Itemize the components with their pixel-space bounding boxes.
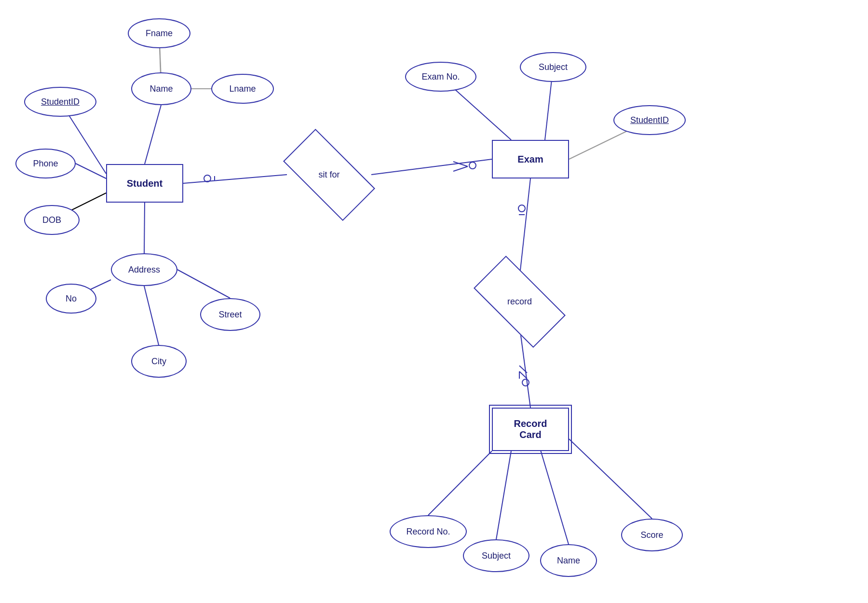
er-diagram: Student Exam Record Card Fname Lname Nam…	[0, 0, 868, 603]
diamond-record: record	[477, 279, 562, 325]
ellipse-subject-exam: Subject	[520, 52, 586, 82]
ellipse-studentid-exam: StudentID	[613, 105, 686, 135]
ellipse-address: Address	[111, 253, 177, 286]
ellipse-lname: Lname	[211, 74, 274, 104]
ellipse-exam-no: Exam No.	[405, 62, 476, 92]
ellipse-dob: DOB	[24, 205, 80, 235]
ellipse-subject-rc: Subject	[463, 539, 529, 572]
ellipse-fname: Fname	[128, 18, 190, 48]
ellipse-name-student: Name	[131, 72, 191, 105]
entity-student: Student	[106, 164, 183, 203]
ellipse-no: No	[46, 284, 96, 314]
ellipse-score: Score	[621, 519, 683, 551]
ellipse-phone: Phone	[15, 149, 76, 178]
ellipse-name-rc: Name	[540, 544, 597, 577]
diamond-sit-for: sit for	[287, 152, 371, 198]
ellipse-street: Street	[200, 298, 260, 331]
entity-record-card: Record Card	[492, 408, 569, 451]
ellipse-city: City	[131, 345, 187, 378]
ellipse-studentid-student: StudentID	[24, 87, 96, 117]
entity-exam: Exam	[492, 140, 569, 178]
ellipse-record-no: Record No.	[390, 515, 467, 548]
